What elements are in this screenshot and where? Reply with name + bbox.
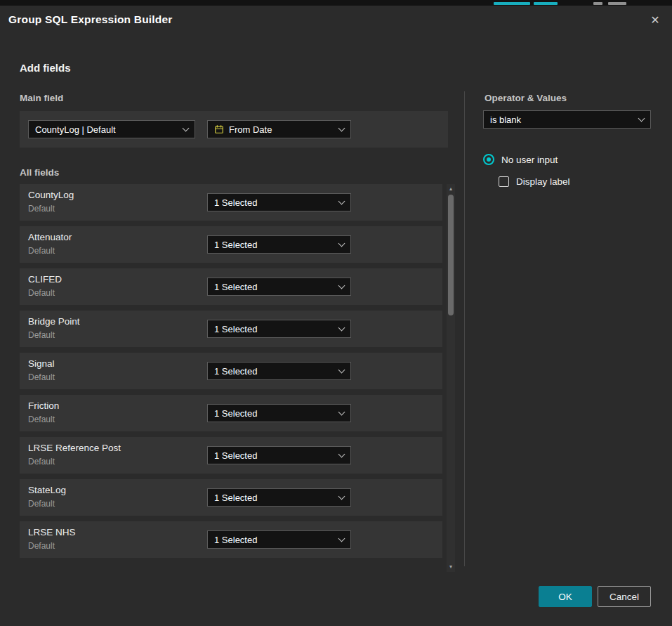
main-field-field-value: From Date bbox=[229, 124, 334, 135]
chevron-down-icon bbox=[338, 493, 345, 500]
operator-value: is blank bbox=[490, 115, 633, 125]
field-selection-value: 1 Selected bbox=[214, 450, 334, 461]
chevron-down-icon bbox=[338, 450, 345, 457]
main-field-source-value: CountyLog | Default bbox=[35, 124, 178, 135]
field-name: Attenuator bbox=[28, 232, 72, 242]
background-link-remnant bbox=[494, 2, 530, 5]
all-fields-label: All fields bbox=[20, 167, 59, 178]
field-selection-value: 1 Selected bbox=[214, 197, 334, 208]
field-row: StateLog Default 1 Selected bbox=[20, 479, 442, 516]
field-variant: Default bbox=[28, 288, 55, 298]
field-variant: Default bbox=[28, 541, 55, 551]
operator-dropdown[interactable]: is blank bbox=[483, 110, 651, 129]
field-row: LRSE Reference Post Default 1 Selected bbox=[20, 437, 442, 474]
field-selection-dropdown[interactable]: 1 Selected bbox=[207, 320, 351, 338]
field-row: CLIFED Default 1 Selected bbox=[20, 268, 442, 305]
field-selection-dropdown[interactable]: 1 Selected bbox=[207, 278, 351, 296]
main-field-field-dropdown[interactable]: From Date bbox=[207, 120, 351, 138]
checkbox-unchecked-icon[interactable] bbox=[499, 176, 509, 187]
field-row: Bridge Point Default 1 Selected bbox=[20, 311, 442, 347]
chevron-down-icon bbox=[338, 282, 345, 289]
scroll-down-icon[interactable]: ▾ bbox=[447, 563, 455, 571]
field-name: CLIFED bbox=[28, 274, 62, 285]
scrollbar-thumb[interactable] bbox=[448, 195, 454, 315]
no-user-input-label: No user input bbox=[501, 155, 558, 165]
field-name: CountyLog bbox=[28, 190, 74, 200]
field-name: Bridge Point bbox=[28, 316, 80, 327]
field-name: StateLog bbox=[28, 485, 66, 495]
field-variant: Default bbox=[28, 499, 55, 509]
field-selection-dropdown[interactable]: 1 Selected bbox=[207, 193, 351, 211]
field-row: Signal Default 1 Selected bbox=[20, 353, 442, 389]
field-selection-value: 1 Selected bbox=[214, 535, 334, 545]
background-app-strip bbox=[0, 0, 672, 6]
field-selection-value: 1 Selected bbox=[214, 324, 334, 334]
field-selection-value: 1 Selected bbox=[214, 408, 334, 419]
all-fields-list: CountyLog Default 1 Selected Attenuator … bbox=[20, 184, 442, 563]
chevron-down-icon bbox=[338, 240, 345, 247]
main-field-row: CountyLog | Default From Date bbox=[20, 111, 448, 148]
scroll-up-icon[interactable]: ▴ bbox=[447, 185, 455, 193]
field-selection-value: 1 Selected bbox=[214, 240, 334, 250]
field-selection-dropdown[interactable]: 1 Selected bbox=[207, 530, 351, 549]
operator-values-heading: Operator & Values bbox=[485, 93, 567, 103]
chevron-down-icon bbox=[338, 366, 345, 373]
field-variant: Default bbox=[28, 204, 55, 214]
field-variant: Default bbox=[28, 415, 55, 424]
field-row: LRSE NHS Default 1 Selected bbox=[20, 521, 442, 558]
field-selection-value: 1 Selected bbox=[214, 282, 334, 292]
main-field-label: Main field bbox=[20, 93, 63, 103]
display-label-text: Display label bbox=[516, 176, 570, 187]
field-name: LRSE Reference Post bbox=[28, 443, 121, 453]
field-selection-dropdown[interactable]: 1 Selected bbox=[207, 235, 351, 254]
chevron-down-icon bbox=[338, 408, 345, 415]
radio-selected-icon[interactable] bbox=[483, 154, 494, 165]
field-variant: Default bbox=[28, 457, 55, 467]
field-selection-value: 1 Selected bbox=[214, 493, 334, 503]
ok-button[interactable]: OK bbox=[539, 586, 592, 607]
main-field-source-dropdown[interactable]: CountyLog | Default bbox=[28, 120, 195, 138]
field-selection-dropdown[interactable]: 1 Selected bbox=[207, 488, 351, 507]
field-row: Friction Default 1 Selected bbox=[20, 395, 442, 431]
dialog-title: Group SQL Expression Builder bbox=[8, 6, 173, 34]
field-selection-value: 1 Selected bbox=[214, 366, 334, 377]
chevron-down-icon bbox=[338, 324, 345, 331]
cancel-button[interactable]: Cancel bbox=[598, 586, 651, 607]
panel-divider bbox=[464, 91, 465, 566]
field-name: Friction bbox=[28, 400, 59, 411]
add-fields-heading: Add fields bbox=[20, 62, 71, 74]
field-variant: Default bbox=[28, 372, 55, 382]
chevron-down-icon bbox=[338, 535, 345, 542]
chevron-down-icon bbox=[338, 197, 345, 204]
field-selection-dropdown[interactable]: 1 Selected bbox=[207, 404, 351, 422]
field-row: CountyLog Default 1 Selected bbox=[20, 184, 442, 221]
calendar-icon bbox=[214, 124, 224, 134]
background-icon-remnant bbox=[593, 2, 602, 5]
field-variant: Default bbox=[28, 246, 55, 256]
field-row: Attenuator Default 1 Selected bbox=[20, 226, 442, 263]
field-name: LRSE NHS bbox=[28, 527, 76, 537]
vertical-scrollbar[interactable]: ▴ ▾ bbox=[447, 184, 455, 572]
chevron-down-icon bbox=[183, 124, 190, 131]
field-variant: Default bbox=[28, 330, 55, 340]
display-label-checkbox[interactable]: Display label bbox=[499, 176, 570, 187]
close-icon[interactable]: ✕ bbox=[647, 12, 664, 29]
field-selection-dropdown[interactable]: 1 Selected bbox=[207, 362, 351, 380]
background-icon-remnant bbox=[608, 2, 626, 5]
background-link-remnant bbox=[534, 2, 558, 5]
no-user-input-radio[interactable]: No user input bbox=[483, 154, 558, 165]
group-sql-expression-builder-dialog: Group SQL Expression Builder ✕ Add field… bbox=[0, 6, 672, 626]
chevron-down-icon bbox=[638, 115, 645, 122]
chevron-down-icon bbox=[338, 124, 345, 131]
field-name: Signal bbox=[28, 358, 55, 369]
field-selection-dropdown[interactable]: 1 Selected bbox=[207, 446, 351, 464]
